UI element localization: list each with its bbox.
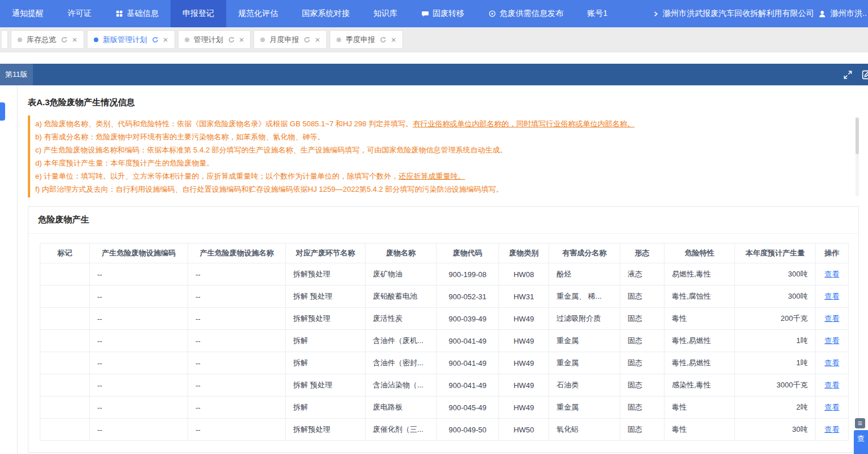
refresh-icon[interactable] [380,36,387,43]
tab[interactable]: 库存总览 × [11,30,84,49]
view-link[interactable]: 查看 [825,403,840,411]
column-header: 废物名称 [366,243,437,263]
cell-amount: 300吨 [735,286,816,308]
cell-mark [40,263,90,286]
cell-form: 固态 [620,374,665,397]
sidebar-collapse-handle[interactable] [0,102,5,121]
nav-item[interactable]: 许可证 [56,0,103,27]
nav-item[interactable]: 基础信息 [103,0,171,27]
close-icon[interactable]: × [239,35,244,44]
nav-item[interactable]: 知识库 [362,0,409,27]
nav-item[interactable]: 危废供需信息发布 [476,0,575,27]
column-header: 本年度预计产生量 [735,243,816,263]
cell-stage: 拆解预处理 [286,419,366,441]
nav-item[interactable]: 申报登记 [171,0,226,27]
nav-item-label: 许可证 [68,9,92,19]
cell-facility-code: -- [90,352,188,374]
column-header: 对应产废环节名称 [286,243,366,263]
cell-hazard: 易燃性,毒性 [665,263,735,286]
nav-item-label: 固废转移 [433,9,464,19]
view-link[interactable]: 查看 [825,292,840,300]
nav-item[interactable]: 账号1 [575,0,620,27]
user-icon [818,10,827,18]
view-link[interactable]: 查看 [825,314,840,323]
quick-view-button[interactable]: 查 [854,430,868,454]
nav-item-label: 账号1 [587,9,608,19]
cell-waste-category: HW49 [499,330,549,352]
view-link[interactable]: 查看 [825,381,840,389]
nav-item[interactable]: 通知提醒 [0,0,56,27]
refresh-icon[interactable] [304,36,310,43]
chat-icon [421,10,429,18]
table-header-row: 标记产生危险废物设施编码产生危险废物设施名称对应产废环节名称废物名称废物代码废物… [40,243,849,263]
tab-label: 管理计划 [194,35,223,45]
tab[interactable]: 月度申报 × [254,30,327,49]
cell-mark [40,352,90,374]
cell-waste-name: 废铅酸蓄电池 [366,286,437,308]
cell-facility-name: -- [188,397,286,419]
view-link[interactable]: 查看 [825,358,840,367]
close-icon[interactable]: × [391,35,396,44]
cell-stage: 拆解预处理 [286,263,366,286]
cell-action: 查看 [816,374,849,397]
nav-item[interactable]: 国家系统对接 [290,0,362,27]
refresh-icon[interactable] [152,36,159,43]
cell-waste-name: 含油沾染物（... [366,374,437,397]
close-icon[interactable]: × [315,35,320,44]
top-nav-items: 通知提醒 许可证 基础信息 申报登记 规范化评估 国家系统对接 知识库 固废转移… [0,0,620,27]
refresh-icon[interactable] [61,36,68,43]
table-row: ----拆解预处理废活性炭900-039-49HW49过滤吸附介质固态毒性200… [40,308,849,330]
close-icon[interactable]: × [72,35,77,44]
note-line: f) 内部治理方式及去向：自行利用设施编码、自行处置设施编码和贮存设施编码依据H… [35,183,848,196]
fullscreen-icon[interactable] [843,70,853,80]
cell-facility-code: -- [90,263,188,286]
waste-table-wrap: 标记产生危险废物设施编码产生危险废物设施名称对应产废环节名称废物名称废物代码废物… [28,234,858,452]
tab[interactable]: 季度申报 × [330,30,403,49]
view-link[interactable]: 查看 [825,270,840,278]
table-row: ----拆解预处理废催化剂（三...900-049-50HW50氧化铝固态毒性3… [40,419,849,441]
table-row: ----拆解 预处理废铅酸蓄电池900-052-31HW31重金属、 稀...固… [40,286,849,308]
notes-scrollbar-track[interactable] [855,117,859,196]
notes-scrollbar-thumb[interactable] [855,118,859,154]
note-line: d) 本年度预计产生量：本年度预计产生的危险废物量。 [35,156,848,170]
partial-tab[interactable] [2,30,8,49]
nav-item-label: 规范化评估 [238,9,278,19]
cell-amount: 3000千克 [735,374,816,397]
cell-waste-code: 900-049-50 [437,419,499,441]
cell-waste-name: 含油件（废机... [366,330,437,352]
cell-component: 过滤吸附介质 [549,308,620,330]
user-name[interactable]: 滁州市洪... [830,9,867,19]
column-header: 形态 [620,243,665,263]
cell-stage: 拆解 预处理 [286,286,366,308]
tab-label: 库存总览 [27,35,56,45]
nav-item-label: 通知提醒 [12,9,44,19]
cell-amount: 30吨 [735,419,816,441]
company-name[interactable]: 滁州市洪武报废汽车回收拆解利用有限公司 [663,9,814,19]
view-link[interactable]: 查看 [825,336,840,345]
nav-item-label: 申报登记 [182,9,214,19]
cell-waste-name: 废电路板 [366,397,437,419]
top-nav-right: 滁州市洪武报废汽车回收拆解利用有限公司 滁州市洪... [653,0,868,27]
page-title: 表A.3危险废物产生情况信息 [18,85,868,108]
cell-facility-code: -- [90,397,188,419]
table-row: ----拆解含油件（废机...900-041-49HW49重金属固态毒性,易燃性… [40,330,849,352]
refresh-icon[interactable] [228,36,235,43]
section-title: 危险废物产生 [28,207,858,234]
tab-label: 月度申报 [269,35,299,45]
tab-label: 新版管理计划 [103,35,147,45]
tab-status-dot [185,38,189,42]
cell-hazard: 毒性,易燃性 [665,352,735,374]
tab[interactable]: 管理计划 × [178,30,251,49]
tab[interactable]: 新版管理计划 × [87,30,175,49]
view-link[interactable]: 查看 [825,425,840,434]
close-icon[interactable]: × [163,35,168,44]
tab-bar-tabs: 库存总览 × 新版管理计划 × 管理计划 × 月度申报 × 季度申报 × [11,30,403,49]
cell-stage: 拆解 [286,330,366,352]
nav-item[interactable]: 规范化评估 [226,0,290,27]
nav-item[interactable]: 固废转移 [409,0,476,27]
cell-hazard: 毒性 [665,397,735,419]
cell-waste-category: HW49 [499,352,549,374]
cell-stage: 拆解 [286,397,366,419]
widget-menu-icon[interactable] [855,418,865,428]
edit-icon[interactable] [861,69,868,80]
